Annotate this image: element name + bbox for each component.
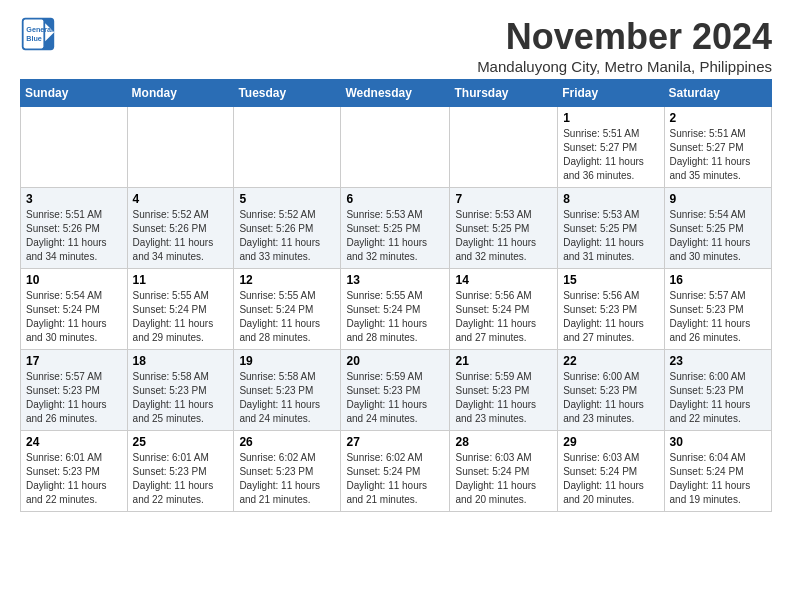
calendar-cell: 23Sunrise: 6:00 AM Sunset: 5:23 PM Dayli… <box>664 350 771 431</box>
day-number: 19 <box>239 354 335 368</box>
svg-text:General: General <box>26 25 53 34</box>
day-info: Sunrise: 6:04 AM Sunset: 5:24 PM Dayligh… <box>670 451 766 507</box>
weekday-header-saturday: Saturday <box>664 80 771 107</box>
calendar-cell: 2Sunrise: 5:51 AM Sunset: 5:27 PM Daylig… <box>664 107 771 188</box>
day-number: 4 <box>133 192 229 206</box>
page-header: General Blue November 2024 Mandaluyong C… <box>20 16 772 75</box>
day-info: Sunrise: 6:02 AM Sunset: 5:23 PM Dayligh… <box>239 451 335 507</box>
calendar-cell: 8Sunrise: 5:53 AM Sunset: 5:25 PM Daylig… <box>558 188 664 269</box>
calendar-cell: 18Sunrise: 5:58 AM Sunset: 5:23 PM Dayli… <box>127 350 234 431</box>
calendar-cell: 30Sunrise: 6:04 AM Sunset: 5:24 PM Dayli… <box>664 431 771 512</box>
day-info: Sunrise: 5:51 AM Sunset: 5:27 PM Dayligh… <box>563 127 658 183</box>
weekday-header-row: SundayMondayTuesdayWednesdayThursdayFrid… <box>21 80 772 107</box>
calendar-cell: 7Sunrise: 5:53 AM Sunset: 5:25 PM Daylig… <box>450 188 558 269</box>
day-number: 29 <box>563 435 658 449</box>
svg-text:Blue: Blue <box>26 34 42 43</box>
day-info: Sunrise: 5:55 AM Sunset: 5:24 PM Dayligh… <box>346 289 444 345</box>
week-row-1: 1Sunrise: 5:51 AM Sunset: 5:27 PM Daylig… <box>21 107 772 188</box>
calendar-table: SundayMondayTuesdayWednesdayThursdayFrid… <box>20 79 772 512</box>
calendar-cell: 19Sunrise: 5:58 AM Sunset: 5:23 PM Dayli… <box>234 350 341 431</box>
month-title: November 2024 <box>477 16 772 58</box>
day-info: Sunrise: 6:00 AM Sunset: 5:23 PM Dayligh… <box>670 370 766 426</box>
day-info: Sunrise: 5:52 AM Sunset: 5:26 PM Dayligh… <box>133 208 229 264</box>
week-row-2: 3Sunrise: 5:51 AM Sunset: 5:26 PM Daylig… <box>21 188 772 269</box>
day-info: Sunrise: 5:58 AM Sunset: 5:23 PM Dayligh… <box>239 370 335 426</box>
title-area: November 2024 Mandaluyong City, Metro Ma… <box>477 16 772 75</box>
day-number: 16 <box>670 273 766 287</box>
calendar-cell: 14Sunrise: 5:56 AM Sunset: 5:24 PM Dayli… <box>450 269 558 350</box>
weekday-header-tuesday: Tuesday <box>234 80 341 107</box>
day-number: 24 <box>26 435 122 449</box>
day-info: Sunrise: 6:03 AM Sunset: 5:24 PM Dayligh… <box>455 451 552 507</box>
week-row-3: 10Sunrise: 5:54 AM Sunset: 5:24 PM Dayli… <box>21 269 772 350</box>
day-info: Sunrise: 5:51 AM Sunset: 5:26 PM Dayligh… <box>26 208 122 264</box>
day-number: 9 <box>670 192 766 206</box>
day-number: 20 <box>346 354 444 368</box>
calendar-cell: 13Sunrise: 5:55 AM Sunset: 5:24 PM Dayli… <box>341 269 450 350</box>
location-title: Mandaluyong City, Metro Manila, Philippi… <box>477 58 772 75</box>
day-info: Sunrise: 5:57 AM Sunset: 5:23 PM Dayligh… <box>26 370 122 426</box>
day-info: Sunrise: 6:01 AM Sunset: 5:23 PM Dayligh… <box>133 451 229 507</box>
day-info: Sunrise: 5:55 AM Sunset: 5:24 PM Dayligh… <box>133 289 229 345</box>
calendar-cell: 9Sunrise: 5:54 AM Sunset: 5:25 PM Daylig… <box>664 188 771 269</box>
day-info: Sunrise: 5:56 AM Sunset: 5:23 PM Dayligh… <box>563 289 658 345</box>
calendar-cell: 5Sunrise: 5:52 AM Sunset: 5:26 PM Daylig… <box>234 188 341 269</box>
day-info: Sunrise: 6:01 AM Sunset: 5:23 PM Dayligh… <box>26 451 122 507</box>
day-number: 6 <box>346 192 444 206</box>
calendar-cell: 21Sunrise: 5:59 AM Sunset: 5:23 PM Dayli… <box>450 350 558 431</box>
day-info: Sunrise: 5:53 AM Sunset: 5:25 PM Dayligh… <box>346 208 444 264</box>
day-info: Sunrise: 6:00 AM Sunset: 5:23 PM Dayligh… <box>563 370 658 426</box>
day-info: Sunrise: 5:59 AM Sunset: 5:23 PM Dayligh… <box>455 370 552 426</box>
calendar-cell: 1Sunrise: 5:51 AM Sunset: 5:27 PM Daylig… <box>558 107 664 188</box>
calendar-cell: 16Sunrise: 5:57 AM Sunset: 5:23 PM Dayli… <box>664 269 771 350</box>
calendar-cell: 4Sunrise: 5:52 AM Sunset: 5:26 PM Daylig… <box>127 188 234 269</box>
calendar-cell: 25Sunrise: 6:01 AM Sunset: 5:23 PM Dayli… <box>127 431 234 512</box>
day-number: 30 <box>670 435 766 449</box>
day-number: 28 <box>455 435 552 449</box>
day-number: 11 <box>133 273 229 287</box>
day-info: Sunrise: 5:53 AM Sunset: 5:25 PM Dayligh… <box>563 208 658 264</box>
weekday-header-monday: Monday <box>127 80 234 107</box>
day-number: 25 <box>133 435 229 449</box>
weekday-header-wednesday: Wednesday <box>341 80 450 107</box>
calendar-cell: 11Sunrise: 5:55 AM Sunset: 5:24 PM Dayli… <box>127 269 234 350</box>
calendar-cell: 10Sunrise: 5:54 AM Sunset: 5:24 PM Dayli… <box>21 269 128 350</box>
day-number: 2 <box>670 111 766 125</box>
day-number: 12 <box>239 273 335 287</box>
day-info: Sunrise: 6:03 AM Sunset: 5:24 PM Dayligh… <box>563 451 658 507</box>
day-info: Sunrise: 5:57 AM Sunset: 5:23 PM Dayligh… <box>670 289 766 345</box>
calendar-cell: 6Sunrise: 5:53 AM Sunset: 5:25 PM Daylig… <box>341 188 450 269</box>
calendar-cell: 3Sunrise: 5:51 AM Sunset: 5:26 PM Daylig… <box>21 188 128 269</box>
calendar-cell: 28Sunrise: 6:03 AM Sunset: 5:24 PM Dayli… <box>450 431 558 512</box>
day-number: 3 <box>26 192 122 206</box>
day-number: 26 <box>239 435 335 449</box>
weekday-header-thursday: Thursday <box>450 80 558 107</box>
week-row-4: 17Sunrise: 5:57 AM Sunset: 5:23 PM Dayli… <box>21 350 772 431</box>
calendar-cell: 22Sunrise: 6:00 AM Sunset: 5:23 PM Dayli… <box>558 350 664 431</box>
day-info: Sunrise: 5:58 AM Sunset: 5:23 PM Dayligh… <box>133 370 229 426</box>
logo: General Blue <box>20 16 56 52</box>
calendar-cell <box>21 107 128 188</box>
calendar-cell: 20Sunrise: 5:59 AM Sunset: 5:23 PM Dayli… <box>341 350 450 431</box>
day-number: 7 <box>455 192 552 206</box>
weekday-header-friday: Friday <box>558 80 664 107</box>
day-number: 14 <box>455 273 552 287</box>
logo-icon: General Blue <box>20 16 56 52</box>
day-number: 13 <box>346 273 444 287</box>
day-info: Sunrise: 5:54 AM Sunset: 5:24 PM Dayligh… <box>26 289 122 345</box>
day-info: Sunrise: 6:02 AM Sunset: 5:24 PM Dayligh… <box>346 451 444 507</box>
calendar-cell: 24Sunrise: 6:01 AM Sunset: 5:23 PM Dayli… <box>21 431 128 512</box>
day-info: Sunrise: 5:55 AM Sunset: 5:24 PM Dayligh… <box>239 289 335 345</box>
calendar-cell: 29Sunrise: 6:03 AM Sunset: 5:24 PM Dayli… <box>558 431 664 512</box>
calendar-cell <box>450 107 558 188</box>
day-info: Sunrise: 5:56 AM Sunset: 5:24 PM Dayligh… <box>455 289 552 345</box>
calendar-cell: 27Sunrise: 6:02 AM Sunset: 5:24 PM Dayli… <box>341 431 450 512</box>
day-info: Sunrise: 5:54 AM Sunset: 5:25 PM Dayligh… <box>670 208 766 264</box>
day-info: Sunrise: 5:53 AM Sunset: 5:25 PM Dayligh… <box>455 208 552 264</box>
calendar-cell <box>341 107 450 188</box>
week-row-5: 24Sunrise: 6:01 AM Sunset: 5:23 PM Dayli… <box>21 431 772 512</box>
day-number: 21 <box>455 354 552 368</box>
calendar-cell <box>127 107 234 188</box>
day-info: Sunrise: 5:51 AM Sunset: 5:27 PM Dayligh… <box>670 127 766 183</box>
day-number: 18 <box>133 354 229 368</box>
